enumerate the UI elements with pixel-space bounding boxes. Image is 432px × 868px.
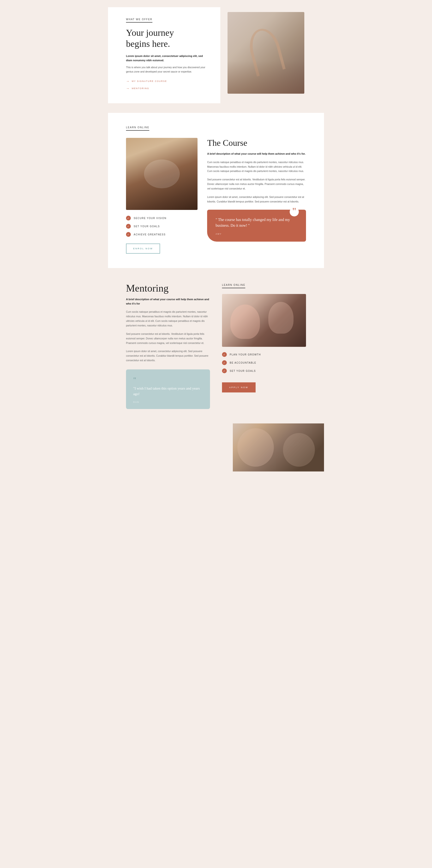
mentoring-body-3: Lorem ipsum dolor sit amet, consectetur … (126, 349, 210, 363)
mentoring-body-1: Cum sociis natoque penatibus et magnis d… (126, 310, 210, 328)
mentoring-link[interactable]: → MENTORING (126, 87, 208, 90)
course-right: The Course A brief description of what y… (207, 138, 306, 254)
checklist-item-2: ✓ SET YOUR GOALS (126, 224, 198, 229)
course-testimonial: " " The course has totally changed my li… (207, 210, 306, 242)
course-left: ✓ SECURE YOUR VISION ✓ SET YOUR GOALS ✓ … (126, 138, 198, 254)
mentoring-title: Mentoring (126, 282, 210, 294)
course-body-1: Cum sociis natoque penatibus et magnis d… (207, 160, 306, 174)
hero-body-text: This is where you talk about your journe… (126, 65, 208, 74)
course-title: The Course (207, 138, 306, 148)
testimonial-author: AMY (215, 233, 222, 235)
mentoring-right-label: LEARN ONLINE (222, 284, 245, 288)
mentoring-testimonial-quote: "I wish I had taken this option years an… (133, 386, 203, 397)
course-subtitle: A brief description of what your course … (207, 152, 306, 156)
mentoring-body-2: Sed posuere consectetur est at lobortis.… (126, 332, 210, 345)
mentoring-image (222, 294, 306, 347)
quote-mark-icon: " (290, 207, 299, 216)
mentoring-testimonial-author: DAN (133, 401, 139, 403)
course-body-3: Lorem ipsum dolor sit amet, consectetur … (207, 195, 306, 204)
check-icon-1: ✓ (126, 216, 131, 220)
hero-section: WHAT WE OFFER Your journey begins here. … (108, 0, 324, 113)
check-icon-2: ✓ (126, 224, 131, 229)
mentoring-check-icon-3: ✓ (222, 368, 227, 373)
mentoring-check-icon-1: ✓ (222, 352, 227, 357)
hero-title: Your journey begins here. (126, 27, 208, 49)
enrol-now-button[interactable]: ENROL NOW (126, 244, 160, 254)
checklist-item-3: ✓ ACHIEVE GREATNESS (126, 232, 198, 237)
course-section: LEARN ONLINE ✓ SECURE YOUR VISION ✓ SET … (108, 113, 324, 268)
arrow-right-icon: → (126, 87, 130, 90)
mentoring-checklist-item-1: ✓ PLAN YOUR GROWTH (222, 352, 306, 357)
course-body-2: Sed posuere consectetur est at lobortis.… (207, 177, 306, 191)
apply-now-button[interactable]: APPLY NOW (222, 382, 256, 393)
mentoring-grid: Mentoring A brief description of what yo… (126, 282, 306, 409)
hero-right-panel (220, 7, 324, 103)
mentoring-checklist-item-3: ✓ SET YOUR GOALS (222, 368, 306, 373)
check-icon-3: ✓ (126, 232, 131, 237)
hero-bold-text: Lorem ipsum dolor sit amet, consectetuer… (126, 54, 208, 62)
mentoring-right: LEARN ONLINE ✓ PLAN YOUR GROWTH ✓ BE ACC… (222, 282, 306, 409)
mentoring-subtitle: A brief description of what your course … (126, 297, 210, 306)
hero-left-panel: WHAT WE OFFER Your journey begins here. … (108, 7, 220, 103)
mentoring-section: Mentoring A brief description of what yo… (108, 268, 324, 424)
course-image (126, 138, 198, 210)
course-section-label: LEARN ONLINE (126, 126, 149, 131)
course-grid: ✓ SECURE YOUR VISION ✓ SET YOUR GOALS ✓ … (126, 138, 306, 254)
my-signature-course-link[interactable]: → MY SIGNATURE COURSE (126, 79, 208, 83)
mentoring-testimonial: " "I wish I had taken this option years … (126, 369, 210, 409)
hero-image (228, 12, 304, 94)
course-checklist: ✓ SECURE YOUR VISION ✓ SET YOUR GOALS ✓ … (126, 216, 198, 237)
bottom-image (233, 424, 324, 471)
checklist-item-1: ✓ SECURE YOUR VISION (126, 216, 198, 220)
mentoring-quote-icon: " (133, 376, 203, 384)
mentoring-check-icon-2: ✓ (222, 360, 227, 365)
mentoring-left: Mentoring A brief description of what yo… (126, 282, 210, 409)
testimonial-quote: " The course has totally changed my life… (215, 217, 298, 228)
mentoring-checklist: ✓ PLAN YOUR GROWTH ✓ BE ACCOUNTABLE ✓ SE… (222, 352, 306, 373)
hero-label: WHAT WE OFFER (126, 18, 153, 23)
bottom-image-section (108, 424, 324, 471)
arrow-right-icon: → (126, 79, 130, 83)
mentoring-checklist-item-2: ✓ BE ACCOUNTABLE (222, 360, 306, 365)
